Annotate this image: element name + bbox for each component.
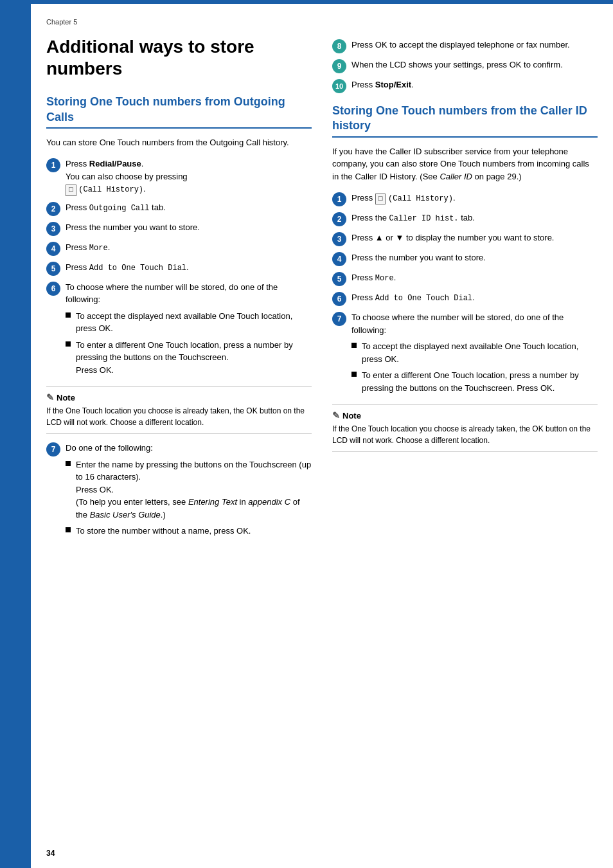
note-header-1: ✎ Note (46, 392, 312, 402)
section1-intro: You can store One Touch numbers from the… (46, 136, 312, 149)
right-step-7-bullet-2: To enter a different One Touch location,… (351, 369, 598, 394)
step-4-mono: More (89, 244, 108, 253)
left-column: Additional ways to store numbers Storing… (46, 36, 312, 547)
right-step-7-bullet-2-text: To enter a different One Touch location,… (362, 369, 598, 394)
step-7-bullet-1: Enter the name by pressing the buttons o… (66, 458, 312, 521)
right-step-7: 7 To choose where the number will be sto… (332, 311, 598, 398)
section1-title: Storing One Touch numbers from Outgoing … (46, 95, 312, 129)
right-step-1: 1 Press □ (Call History). (332, 192, 598, 206)
step-5: 5 Press Add to One Touch Dial. (46, 261, 312, 276)
note-icon-1: ✎ (46, 392, 54, 402)
step-1-bold: Redial/Pause (89, 159, 141, 168)
right-step-7-bullet-1-text: To accept the displayed next available O… (362, 340, 598, 365)
note-text-2: If the One Touch location you choose is … (332, 423, 598, 446)
right-step-circle-6: 6 (332, 292, 346, 306)
step-10-content: Press Stop/Exit. (351, 78, 598, 91)
right-step-6-content: Press Add to One Touch Dial. (351, 291, 598, 304)
step-circle-5: 5 (46, 262, 60, 276)
step-6-bullet-2: To enter a different One Touch location,… (66, 339, 312, 377)
right-step-7-content: To choose where the number will be store… (351, 311, 598, 398)
step-4: 4 Press More. (46, 241, 312, 256)
step-10: 10 Press Stop/Exit. (332, 78, 598, 93)
right-step-5-mono: More (375, 274, 394, 283)
step-9: 9 When the LCD shows your settings, pres… (332, 59, 598, 73)
note-header-2: ✎ Note (332, 410, 598, 420)
right-step-5-content: Press More. (351, 271, 598, 284)
step-7: 7 Do one of the following: Enter the nam… (46, 442, 312, 541)
right-step-circle-4: 4 (332, 252, 346, 266)
chapter-label: Chapter 5 (46, 18, 598, 26)
step-1: 1 Press Redial/Pause. You can also choos… (46, 158, 312, 195)
step-6-content: To choose where the number will be store… (66, 281, 312, 381)
step-9-content: When the LCD shows your settings, press … (351, 59, 598, 71)
left-blue-bar (0, 0, 31, 868)
note-box-2: ✎ Note If the One Touch location you cho… (332, 404, 598, 452)
step-circle-4: 4 (46, 242, 60, 256)
entering-text-italic: Entering Text (188, 497, 237, 507)
main-title: Additional ways to store numbers (46, 36, 312, 79)
section2-intro: If you have the Caller ID subscriber ser… (332, 145, 598, 183)
right-step-7-bullet-1: To accept the displayed next available O… (351, 340, 598, 365)
content-area: Chapter 5 Additional ways to store numbe… (31, 0, 613, 868)
step-circle-10: 10 (332, 79, 346, 93)
note-text-1: If the One Touch location you choose is … (46, 405, 312, 428)
r-bullet-sq-1 (351, 343, 357, 348)
step-2: 2 Press Outgoing Call tab. (46, 201, 312, 216)
right-step-2-content: Press the Caller ID hist. tab. (351, 212, 598, 224)
step-2-content: Press Outgoing Call tab. (66, 201, 312, 214)
right-step-6-mono: Add to One Touch Dial (375, 294, 472, 303)
right-step-circle-7: 7 (332, 312, 346, 326)
step-circle-9: 9 (332, 59, 346, 73)
right-step-7-bullets: To accept the displayed next available O… (351, 340, 598, 394)
call-history-key-1: □ (66, 185, 76, 195)
page-number: 34 (46, 849, 55, 858)
right-step-2: 2 Press the Caller ID hist. tab. (332, 212, 598, 226)
step-3-content: Press the number you want to store. (66, 221, 312, 234)
right-step-5: 5 Press More. (332, 271, 598, 286)
step-circle-7: 7 (46, 442, 60, 457)
step-6: 6 To choose where the number will be sto… (46, 281, 312, 381)
bullet-sq-7-2 (66, 527, 71, 532)
step-6-bullets: To accept the displayed next available O… (66, 310, 312, 377)
two-col-layout: Additional ways to store numbers Storing… (46, 36, 598, 547)
right-step-3: 3 Press ▲ or ▼ to display the number you… (332, 231, 598, 246)
right-step-circle-2: 2 (332, 212, 346, 226)
stop-exit-bold: Stop/Exit (375, 80, 411, 89)
bullet-sq-1 (66, 312, 71, 318)
step-5-mono: Add to One Touch Dial (89, 264, 186, 273)
right-step-circle-5: 5 (332, 272, 346, 286)
step-8: 8 Press OK to accept the displayed telep… (332, 39, 598, 53)
page: Chapter 5 Additional ways to store numbe… (0, 0, 613, 868)
step-7-content: Do one of the following: Enter the name … (66, 442, 312, 541)
step-7-bullets: Enter the name by pressing the buttons o… (66, 458, 312, 538)
step-3: 3 Press the number you want to store. (46, 221, 312, 236)
step-7-bullet-1-text: Enter the name by pressing the buttons o… (76, 458, 312, 521)
bullet-sq-2 (66, 341, 71, 347)
step-6-bullet-1: To accept the displayed next available O… (66, 310, 312, 335)
step-circle-1: 1 (46, 158, 60, 172)
right-step-circle-1: 1 (332, 192, 346, 206)
right-step-1-content: Press □ (Call History). (351, 192, 598, 204)
note-box-1: ✎ Note If the One Touch location you cho… (46, 386, 312, 434)
step-6-bullet-1-text: To accept the displayed next available O… (76, 310, 312, 335)
section2-title: Storing One Touch numbers from the Calle… (332, 104, 598, 138)
right-step-4-content: Press the number you want to store. (351, 251, 598, 264)
right-step-2-mono: Caller ID hist. (389, 214, 459, 223)
r-bullet-sq-2 (351, 372, 357, 377)
right-step-6: 6 Press Add to One Touch Dial. (332, 291, 598, 306)
call-history-key-r1: □ (375, 194, 386, 204)
note-label-1: Note (57, 393, 75, 402)
step-2-mono: Outgoing Call (89, 204, 150, 213)
note-icon-2: ✎ (332, 410, 340, 420)
step-circle-6: 6 (46, 282, 60, 296)
step-circle-2: 2 (46, 202, 60, 216)
appendix-italic: appendix C (248, 497, 290, 507)
step-7-bullet-2: To store the number without a name, pres… (66, 525, 312, 538)
call-history-label-r1: (Call History) (388, 194, 453, 203)
step-circle-3: 3 (46, 222, 60, 236)
step-8-content: Press OK to accept the displayed telepho… (351, 39, 598, 51)
step-1-content: Press Redial/Pause. You can also choose … (66, 158, 312, 195)
note-label-2: Note (342, 411, 361, 420)
call-history-label-1: (Call History) (78, 185, 143, 194)
bullet-sq-7-1 (66, 461, 71, 466)
